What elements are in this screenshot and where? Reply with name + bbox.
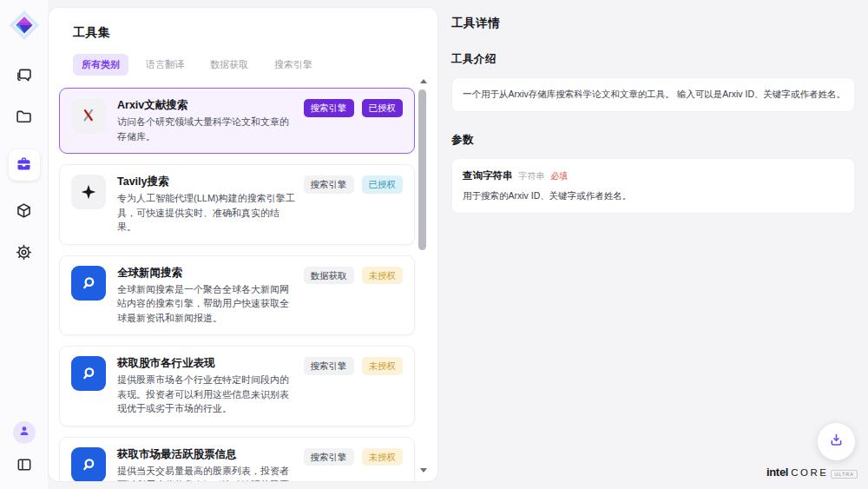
tool-title: 获取市场最活跃股票信息 [117, 447, 297, 462]
tool-description: 全球新闻搜索是一个聚合全球各大新闻网站内容的搜索引擎，帮助用户快速获取全球最新资… [117, 282, 297, 326]
sidebar-footer [13, 421, 36, 477]
tool-title: 全球新闻搜索 [117, 266, 297, 281]
scroll-down-arrow-icon[interactable] [420, 468, 427, 472]
category-badge: 搜索引擎 [304, 448, 354, 466]
category-badge: 数据获取 [304, 267, 354, 285]
category-badge: 搜索引擎 [304, 175, 354, 194]
tool-details-panel: 工具详情 工具介绍 一个用于从Arxiv存储库搜索科学论文和文章的工具。 输入可… [438, 0, 868, 489]
tool-description: 提供股票市场各个行业在特定时间段内的表现。投资者可以利用这些信息来识别表现优于或… [117, 373, 297, 416]
scrollbar-thumb[interactable] [418, 89, 426, 250]
auth-badge: 未授权 [362, 357, 404, 375]
app-logo-icon[interactable] [8, 9, 41, 42]
intro-card: 一个用于从Arxiv存储库搜索科学论文和文章的工具。 输入可以是Arxiv ID… [451, 77, 855, 112]
sidebar-item-settings[interactable] [14, 243, 35, 264]
toolbox-icon [15, 155, 33, 176]
details-title: 工具详情 [451, 16, 855, 31]
tool-title: Tavily搜索 [117, 175, 297, 189]
sidebar-toggle[interactable] [14, 456, 35, 477]
folder-icon [15, 108, 33, 129]
tool-description: 提供当天交易量最高的股票列表，投资者可以利用这些信息来识别流动性强的股票和潜在的… [117, 464, 297, 483]
intel-core-logo: intel core ultra [766, 466, 858, 479]
params-heading: 参数 [451, 133, 855, 148]
tool-card-sector-performance[interactable]: 获取股市各行业表现 提供股票市场各个行业在特定时间段内的表现。投资者可以利用这些… [59, 346, 415, 426]
category-tabs: 所有类别 语言翻译 数据获取 搜索引擎 [73, 54, 437, 76]
auth-badge: 未授权 [362, 267, 404, 285]
tab-translation[interactable]: 语言翻译 [137, 54, 193, 76]
panel-layout-icon [16, 456, 33, 477]
tab-data-fetch[interactable]: 数据获取 [201, 54, 257, 76]
toolset-title: 工具集 [73, 25, 437, 41]
toolset-panel: 工具集 所有类别 语言翻译 数据获取 搜索引擎 Arxiv文献搜索 访问各个研究… [48, 7, 438, 482]
sidebar-nav [9, 66, 40, 264]
tool-title: 获取股市各行业表现 [117, 356, 297, 371]
sidebar-item-tools[interactable] [9, 149, 40, 181]
sidebar-item-chat[interactable] [14, 66, 35, 87]
sidebar-item-files[interactable] [14, 108, 35, 129]
tab-all-categories[interactable]: 所有类别 [73, 54, 128, 76]
download-button[interactable] [818, 423, 855, 460]
tool-card-global-news[interactable]: 全球新闻搜索 全球新闻搜索是一个聚合全球各大新闻网站内容的搜索引擎，帮助用户快速… [59, 255, 415, 336]
param-type: 字符串 [519, 170, 545, 182]
tool-card-active-stocks[interactable]: 获取市场最活跃股票信息 提供当天交易量最高的股票列表，投资者可以利用这些信息来识… [59, 437, 415, 483]
user-icon [17, 424, 31, 441]
tool-description: 专为人工智能代理(LLM)构建的搜索引擎工具，可快速提供实时、准确和真实的结果。 [117, 191, 297, 235]
blue-search-icon [71, 266, 106, 301]
intel-wordmark: intel [766, 466, 788, 479]
tool-title: Arxiv文献搜索 [117, 98, 297, 113]
blue-search-icon [71, 356, 106, 391]
ultra-badge: ultra [831, 470, 858, 479]
tab-search-engine[interactable]: 搜索引擎 [266, 54, 321, 76]
category-badge: 搜索引擎 [304, 99, 354, 117]
download-icon [828, 432, 845, 452]
gear-icon [15, 243, 33, 265]
cube-icon [15, 202, 33, 223]
param-description: 用于搜索的Arxiv ID、关键字或作者姓名。 [463, 190, 844, 202]
auth-badge: 已授权 [362, 175, 404, 194]
list-scrollbar[interactable] [418, 77, 427, 474]
tool-description: 访问各个研究领域大量科学论文和文章的存储库。 [117, 115, 297, 143]
account-avatar[interactable] [13, 421, 36, 444]
param-name: 查询字符串 [463, 169, 513, 182]
tool-card-arxiv[interactable]: Arxiv文献搜索 访问各个研究领域大量科学论文和文章的存储库。 搜索引擎 已授… [59, 88, 415, 154]
core-wordmark: core [791, 467, 828, 478]
sidebar-item-models[interactable] [14, 202, 35, 222]
param-required-badge: 必填 [551, 170, 569, 182]
scroll-up-arrow-icon[interactable] [420, 79, 427, 83]
arxiv-logo-icon [71, 98, 106, 133]
auth-badge: 未授权 [362, 448, 404, 466]
chat-icon [15, 66, 33, 88]
intro-text: 一个用于从Arxiv存储库搜索科学论文和文章的工具。 输入可以是Arxiv ID… [463, 89, 844, 101]
blue-search-icon [71, 447, 106, 482]
tool-list: Arxiv文献搜索 访问各个研究领域大量科学论文和文章的存储库。 搜索引擎 已授… [59, 88, 415, 482]
category-badge: 搜索引擎 [304, 357, 354, 375]
left-sidebar [0, 0, 48, 489]
auth-badge: 已授权 [362, 99, 404, 117]
tool-card-tavily[interactable]: Tavily搜索 专为人工智能代理(LLM)构建的搜索引擎工具，可快速提供实时、… [59, 164, 415, 245]
tavily-star-icon [71, 175, 106, 209]
intro-heading: 工具介绍 [451, 52, 855, 67]
param-card: 查询字符串 字符串 必填 用于搜索的Arxiv ID、关键字或作者姓名。 [451, 158, 855, 214]
